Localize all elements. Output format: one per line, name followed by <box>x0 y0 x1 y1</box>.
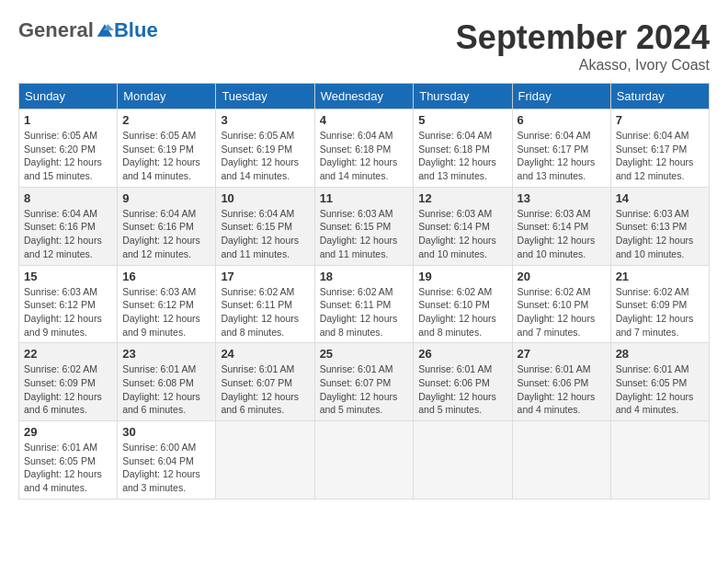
day-info: Sunrise: 6:03 AM Sunset: 6:14 PM Dayligh… <box>418 207 506 261</box>
calendar-cell: 3 Sunrise: 6:05 AM Sunset: 6:19 PM Dayli… <box>216 109 314 188</box>
day-info: Sunrise: 6:02 AM Sunset: 6:10 PM Dayligh… <box>518 285 606 339</box>
day-info: Sunrise: 6:02 AM Sunset: 6:11 PM Dayligh… <box>320 285 409 339</box>
title-block: September 2024 Akasso, Ivory Coast <box>456 18 710 74</box>
day-number: 9 <box>122 191 210 205</box>
calendar-cell: 22 Sunrise: 6:02 AM Sunset: 6:09 PM Dayl… <box>19 343 118 421</box>
column-header-monday: Monday <box>118 84 216 109</box>
calendar-cell: 16 Sunrise: 6:03 AM Sunset: 6:12 PM Dayl… <box>118 265 216 343</box>
day-info: Sunrise: 6:02 AM Sunset: 6:09 PM Dayligh… <box>616 285 704 339</box>
calendar-cell: 28 Sunrise: 6:01 AM Sunset: 6:05 PM Dayl… <box>610 343 709 421</box>
day-info: Sunrise: 6:05 AM Sunset: 6:20 PM Dayligh… <box>24 129 112 183</box>
day-info: Sunrise: 6:01 AM Sunset: 6:06 PM Dayligh… <box>418 362 506 417</box>
calendar-cell: 24 Sunrise: 6:01 AM Sunset: 6:07 PM Dayl… <box>216 343 314 421</box>
day-number: 7 <box>616 113 704 127</box>
day-number: 20 <box>518 270 606 283</box>
day-info: Sunrise: 6:05 AM Sunset: 6:19 PM Dayligh… <box>122 129 210 183</box>
day-number: 22 <box>24 347 112 361</box>
day-info: Sunrise: 6:01 AM Sunset: 6:07 PM Dayligh… <box>221 362 309 417</box>
calendar-cell: 30 Sunrise: 6:00 AM Sunset: 6:04 PM Dayl… <box>118 421 216 500</box>
day-info: Sunrise: 6:00 AM Sunset: 6:04 PM Dayligh… <box>122 441 210 495</box>
calendar-week-row: 22 Sunrise: 6:02 AM Sunset: 6:09 PM Dayl… <box>19 343 710 421</box>
location: Akasso, Ivory Coast <box>456 57 710 74</box>
calendar-week-row: 8 Sunrise: 6:04 AM Sunset: 6:16 PM Dayli… <box>19 187 710 265</box>
day-number: 3 <box>221 113 309 127</box>
column-header-thursday: Thursday <box>414 84 512 109</box>
day-number: 11 <box>320 191 409 205</box>
day-info: Sunrise: 6:02 AM Sunset: 6:11 PM Dayligh… <box>221 285 309 339</box>
day-info: Sunrise: 6:03 AM Sunset: 6:13 PM Dayligh… <box>616 207 704 261</box>
day-info: Sunrise: 6:01 AM Sunset: 6:08 PM Dayligh… <box>122 362 210 417</box>
calendar-cell: 25 Sunrise: 6:01 AM Sunset: 6:07 PM Dayl… <box>314 343 414 421</box>
day-info: Sunrise: 6:02 AM Sunset: 6:09 PM Dayligh… <box>24 362 112 417</box>
day-number: 16 <box>122 270 210 283</box>
calendar-cell: 8 Sunrise: 6:04 AM Sunset: 6:16 PM Dayli… <box>19 187 118 265</box>
calendar-cell <box>512 421 610 500</box>
day-info: Sunrise: 6:02 AM Sunset: 6:10 PM Dayligh… <box>418 285 506 339</box>
column-header-wednesday: Wednesday <box>314 84 414 109</box>
logo-blue-text: Blue <box>114 18 158 42</box>
day-number: 10 <box>221 191 309 205</box>
calendar-cell: 27 Sunrise: 6:01 AM Sunset: 6:06 PM Dayl… <box>512 343 610 421</box>
day-info: Sunrise: 6:04 AM Sunset: 6:16 PM Dayligh… <box>24 207 112 261</box>
page-header: General Blue September 2024 Akasso, Ivor… <box>18 18 710 74</box>
calendar-cell: 29 Sunrise: 6:01 AM Sunset: 6:05 PM Dayl… <box>19 421 118 500</box>
month-title: September 2024 <box>456 18 710 57</box>
day-number: 4 <box>320 113 409 127</box>
column-header-sunday: Sunday <box>19 84 118 109</box>
day-number: 24 <box>221 347 309 361</box>
calendar-cell: 23 Sunrise: 6:01 AM Sunset: 6:08 PM Dayl… <box>118 343 216 421</box>
calendar-cell: 5 Sunrise: 6:04 AM Sunset: 6:18 PM Dayli… <box>414 109 512 188</box>
calendar-cell: 20 Sunrise: 6:02 AM Sunset: 6:10 PM Dayl… <box>512 265 610 343</box>
calendar-cell: 1 Sunrise: 6:05 AM Sunset: 6:20 PM Dayli… <box>19 109 118 188</box>
day-info: Sunrise: 6:04 AM Sunset: 6:17 PM Dayligh… <box>616 129 704 183</box>
day-info: Sunrise: 6:03 AM Sunset: 6:12 PM Dayligh… <box>24 285 112 339</box>
day-number: 12 <box>418 191 506 205</box>
day-number: 17 <box>221 270 309 283</box>
day-number: 29 <box>24 425 112 439</box>
day-number: 23 <box>122 347 210 361</box>
calendar-cell: 2 Sunrise: 6:05 AM Sunset: 6:19 PM Dayli… <box>118 109 216 188</box>
day-number: 14 <box>616 191 704 205</box>
day-info: Sunrise: 6:03 AM Sunset: 6:15 PM Dayligh… <box>320 207 409 261</box>
day-number: 30 <box>122 425 210 439</box>
calendar-cell <box>314 421 414 500</box>
calendar-cell: 14 Sunrise: 6:03 AM Sunset: 6:13 PM Dayl… <box>610 187 709 265</box>
day-info: Sunrise: 6:04 AM Sunset: 6:16 PM Dayligh… <box>122 207 210 261</box>
day-number: 19 <box>418 270 506 283</box>
calendar-cell: 18 Sunrise: 6:02 AM Sunset: 6:11 PM Dayl… <box>314 265 414 343</box>
calendar-cell: 21 Sunrise: 6:02 AM Sunset: 6:09 PM Dayl… <box>610 265 709 343</box>
day-info: Sunrise: 6:01 AM Sunset: 6:07 PM Dayligh… <box>320 362 409 417</box>
calendar-cell <box>610 421 709 500</box>
calendar-week-row: 29 Sunrise: 6:01 AM Sunset: 6:05 PM Dayl… <box>19 421 710 500</box>
calendar-cell: 6 Sunrise: 6:04 AM Sunset: 6:17 PM Dayli… <box>512 109 610 188</box>
day-number: 25 <box>320 347 409 361</box>
logo-icon <box>96 21 114 40</box>
calendar-header-row: SundayMondayTuesdayWednesdayThursdayFrid… <box>19 84 710 109</box>
calendar-cell: 13 Sunrise: 6:03 AM Sunset: 6:14 PM Dayl… <box>512 187 610 265</box>
calendar-cell: 9 Sunrise: 6:04 AM Sunset: 6:16 PM Dayli… <box>118 187 216 265</box>
calendar-cell: 7 Sunrise: 6:04 AM Sunset: 6:17 PM Dayli… <box>610 109 709 188</box>
day-number: 21 <box>616 270 704 283</box>
calendar-cell: 4 Sunrise: 6:04 AM Sunset: 6:18 PM Dayli… <box>314 109 414 188</box>
day-number: 15 <box>24 270 112 283</box>
day-number: 27 <box>518 347 606 361</box>
day-info: Sunrise: 6:04 AM Sunset: 6:17 PM Dayligh… <box>518 129 606 183</box>
calendar-cell <box>414 421 512 500</box>
day-number: 28 <box>616 347 704 361</box>
calendar-cell: 26 Sunrise: 6:01 AM Sunset: 6:06 PM Dayl… <box>414 343 512 421</box>
column-header-saturday: Saturday <box>610 84 709 109</box>
column-header-friday: Friday <box>512 84 610 109</box>
day-info: Sunrise: 6:03 AM Sunset: 6:14 PM Dayligh… <box>518 207 606 261</box>
day-info: Sunrise: 6:01 AM Sunset: 6:05 PM Dayligh… <box>24 441 112 495</box>
calendar-cell: 19 Sunrise: 6:02 AM Sunset: 6:10 PM Dayl… <box>414 265 512 343</box>
calendar-cell: 12 Sunrise: 6:03 AM Sunset: 6:14 PM Dayl… <box>414 187 512 265</box>
calendar-cell: 15 Sunrise: 6:03 AM Sunset: 6:12 PM Dayl… <box>19 265 118 343</box>
day-info: Sunrise: 6:01 AM Sunset: 6:06 PM Dayligh… <box>518 362 606 417</box>
calendar-cell: 11 Sunrise: 6:03 AM Sunset: 6:15 PM Dayl… <box>314 187 414 265</box>
day-number: 1 <box>24 113 112 127</box>
column-header-tuesday: Tuesday <box>216 84 314 109</box>
day-info: Sunrise: 6:03 AM Sunset: 6:12 PM Dayligh… <box>122 285 210 339</box>
calendar-cell: 17 Sunrise: 6:02 AM Sunset: 6:11 PM Dayl… <box>216 265 314 343</box>
day-number: 18 <box>320 270 409 283</box>
day-number: 2 <box>122 113 210 127</box>
